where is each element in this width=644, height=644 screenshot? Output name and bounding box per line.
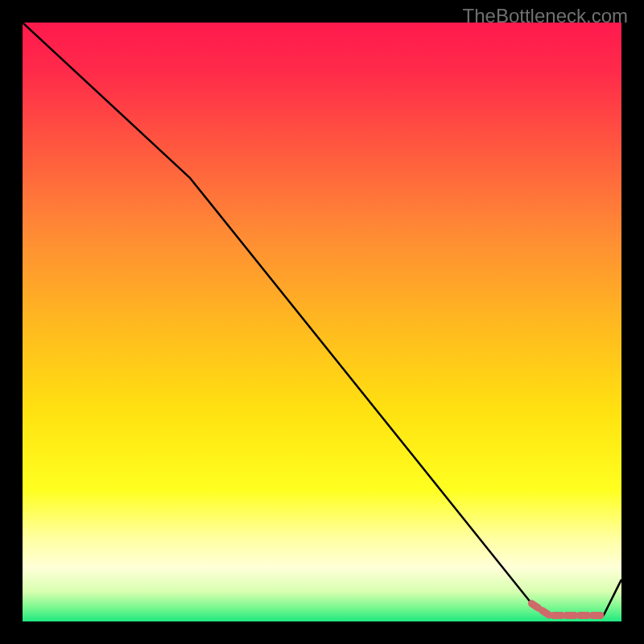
plot-area — [23, 23, 621, 621]
curve-line — [23, 23, 621, 616]
chart-frame: TheBottleneck.com — [0, 0, 644, 644]
highlight-segment — [531, 604, 603, 616]
line-layer — [23, 23, 621, 621]
